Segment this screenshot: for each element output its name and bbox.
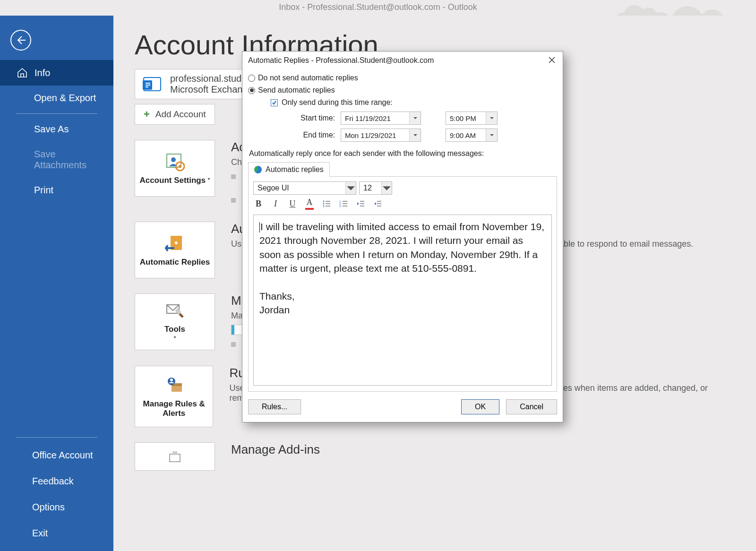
account-settings-icon: [164, 151, 186, 173]
globe-icon: [254, 166, 262, 173]
radio-icon: [248, 75, 255, 82]
chevron-down-icon: [381, 182, 392, 194]
tile-account-settings[interactable]: Account Settings ˅: [135, 140, 215, 197]
back-arrow-icon: [15, 34, 26, 46]
sidebar-item-options[interactable]: Options: [0, 494, 113, 520]
tab-automatic-replies[interactable]: Automatic replies: [248, 162, 330, 177]
window-title: Inbox - Professional.Student@outlook.com…: [279, 2, 477, 12]
underline-button[interactable]: U: [287, 198, 298, 209]
tile-rules-alerts[interactable]: Manage Rules & Alerts: [135, 366, 213, 427]
chevron-down-icon: [345, 182, 356, 194]
checkbox-icon-checked: [271, 99, 278, 106]
chevron-down-icon: [409, 112, 421, 124]
sidebar-item-exit[interactable]: Exit: [0, 520, 113, 546]
svg-point-16: [323, 201, 325, 202]
chevron-down-icon: [486, 129, 497, 141]
radio-do-not-send[interactable]: Do not send automatic replies: [248, 72, 557, 84]
start-date-combo[interactable]: Fri 11/19/2021: [341, 112, 421, 125]
close-icon: [549, 57, 555, 63]
dialog-title: Automatic Replies - Professional.Student…: [248, 56, 434, 65]
rules-button[interactable]: Rules...: [248, 399, 301, 414]
dialog-close-button[interactable]: [546, 55, 558, 66]
automatic-replies-dialog: Automatic Replies - Professional.Student…: [242, 51, 563, 422]
dialog-note: Automatically reply once for each sender…: [248, 142, 557, 162]
start-time-label: Start time:: [276, 114, 338, 122]
automatic-replies-icon: [164, 233, 186, 255]
sidebar-separator: [16, 113, 97, 114]
svg-point-7: [175, 241, 178, 244]
add-account-button[interactable]: + Add Account: [135, 104, 215, 125]
end-date-combo[interactable]: Mon 11/29/2021: [341, 129, 421, 142]
section-heading-addins: Manage Add-ins: [231, 442, 320, 457]
bold-button[interactable]: B: [253, 198, 264, 209]
addins-icon: [168, 449, 182, 464]
editor-area: Segoe UI 12 B I U A 123 I will be travel…: [248, 177, 557, 392]
backstage-sidebar: Info Open & Export Save As Save Attachme…: [0, 16, 113, 551]
svg-point-5: [179, 165, 181, 168]
numbered-list-button[interactable]: 123: [338, 198, 349, 209]
svg-rect-14: [170, 454, 180, 462]
sidebar-item-feedback[interactable]: Feedback: [0, 468, 113, 494]
decrease-indent-button[interactable]: [355, 198, 366, 209]
end-time-combo[interactable]: 9:00 AM: [446, 129, 498, 142]
add-account-label: Add Account: [155, 109, 206, 120]
chevron-down-icon: ˅: [173, 336, 176, 343]
svg-rect-15: [172, 451, 177, 455]
start-time-combo[interactable]: 5:00 PM: [446, 112, 498, 125]
ok-button[interactable]: OK: [461, 399, 499, 414]
tools-icon: [164, 300, 186, 322]
svg-point-13: [170, 379, 173, 381]
font-color-button[interactable]: A: [304, 198, 315, 209]
svg-point-17: [323, 203, 325, 205]
reply-message-textarea[interactable]: I will be traveling with limited access …: [253, 215, 552, 386]
sidebar-item-info[interactable]: Info: [0, 60, 113, 86]
sidebar-item-open-export[interactable]: Open & Export: [0, 86, 113, 111]
sidebar-item-save-as[interactable]: Save As: [0, 117, 113, 142]
home-icon: [17, 67, 28, 78]
sidebar-item-office-account[interactable]: Office Account: [0, 442, 113, 468]
sidebar-separator-bottom: [16, 437, 97, 438]
sidebar-bottom-group: Office Account Feedback Options Exit: [0, 434, 113, 546]
svg-point-3: [171, 157, 176, 162]
font-size-select[interactable]: 12: [359, 181, 392, 195]
tile-tools[interactable]: Tools˅: [135, 293, 215, 350]
cancel-button[interactable]: Cancel: [506, 399, 557, 414]
italic-button[interactable]: I: [270, 198, 281, 209]
exchange-icon: [142, 74, 163, 95]
tile-addins[interactable]: [135, 442, 215, 471]
bullet-list-button[interactable]: [321, 198, 332, 209]
tab-strip: Automatic replies: [248, 162, 557, 177]
chevron-down-icon: [486, 112, 497, 124]
svg-point-18: [323, 206, 325, 207]
chevron-down-icon: [409, 129, 421, 141]
radio-send[interactable]: Send automatic replies: [248, 84, 557, 96]
sidebar-item-print[interactable]: Print: [0, 178, 113, 203]
tile-automatic-replies[interactable]: Automatic Replies: [135, 222, 215, 278]
rules-alerts-icon: [163, 375, 185, 396]
reply-message-text: I will be traveling with limited access …: [259, 221, 547, 315]
radio-icon-checked: [248, 87, 255, 94]
dialog-title-bar: Automatic Replies - Professional.Student…: [242, 52, 563, 69]
increase-indent-button[interactable]: [372, 198, 383, 209]
checkbox-only-range[interactable]: Only send during this time range:: [248, 96, 557, 112]
chevron-down-icon: ˅: [206, 178, 210, 184]
plus-icon: +: [144, 108, 150, 121]
font-name-select[interactable]: Segoe UI: [253, 181, 356, 195]
end-time-label: End time:: [276, 131, 338, 139]
sidebar-label-info: Info: [34, 68, 50, 78]
svg-text:3: 3: [339, 205, 341, 207]
back-button[interactable]: [10, 30, 31, 51]
sidebar-item-save-attachments: Save Attachments: [0, 142, 113, 178]
